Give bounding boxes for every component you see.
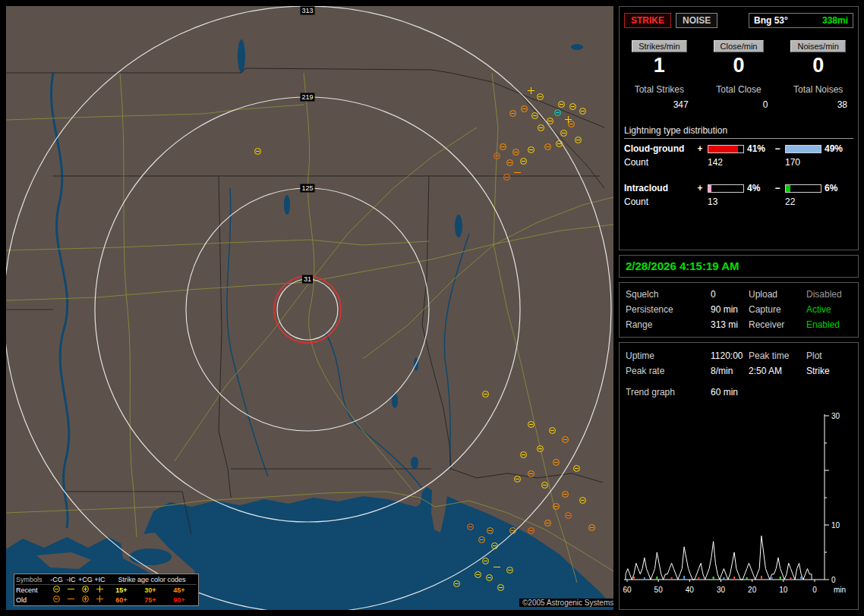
- lightning-map[interactable]: 31321912531 Symbols -CG -IC +CG +IC Stri…: [6, 6, 613, 610]
- trend-graph: 301006050403020100min: [621, 408, 858, 610]
- noises-per-min-chip[interactable]: Noises/min: [790, 40, 845, 52]
- legend-m-icon: [68, 586, 74, 592]
- strike-symbol: [547, 118, 553, 124]
- strike-symbol: [575, 137, 582, 143]
- strike-symbol: [556, 140, 563, 147]
- bearing-indicator: Bng 53° 338mi: [749, 13, 853, 28]
- uptime-label: Uptime: [626, 350, 711, 361]
- total-strikes-label: Total Strikes: [620, 84, 699, 95]
- ic-positive-pct: 4%: [747, 183, 773, 193]
- svg-text:30: 30: [717, 586, 726, 594]
- strike-symbol: [537, 93, 544, 100]
- svg-text:min: min: [834, 586, 846, 594]
- ic-positive-count: 13: [708, 196, 785, 212]
- range-ring-label: 31: [302, 275, 313, 284]
- cloud-ground-label: Cloud-ground: [624, 143, 695, 154]
- strike-symbol: [491, 542, 498, 549]
- cg-positive-bar: [708, 145, 744, 153]
- settings-row: Range313 miReceiverEnabled: [620, 317, 858, 332]
- noise-button[interactable]: NOISE: [676, 13, 717, 28]
- strike-symbol: [506, 159, 513, 166]
- legend-p-icon: [96, 586, 103, 592]
- plus-sign: +: [695, 183, 705, 193]
- range-ring-label: 219: [300, 93, 314, 102]
- total-noises-value: 38: [778, 99, 858, 110]
- legend-col-pos-ic: +IC: [93, 576, 107, 583]
- legend-cm-icon: [53, 596, 60, 602]
- strike-symbol: [549, 427, 556, 434]
- plot-value: Strike: [806, 366, 852, 376]
- svg-text:10: 10: [831, 521, 840, 530]
- stats-panel: STRIKE NOISE Bng 53° 338mi Strikes/min 1…: [619, 6, 859, 250]
- strike-symbol: [487, 527, 493, 534]
- close-per-min-chip[interactable]: Close/min: [714, 40, 765, 52]
- svg-text:60: 60: [623, 586, 632, 594]
- legend-col-neg-ic: -IC: [64, 576, 78, 583]
- legend-cm-icon: [53, 586, 60, 592]
- svg-text:30: 30: [831, 412, 840, 420]
- strike-symbol: [562, 436, 569, 443]
- strike-symbol: [568, 121, 575, 127]
- strike-symbol: [531, 112, 538, 119]
- settings-row: Persistence90 minCaptureActive: [620, 302, 858, 317]
- strike-symbol: [558, 101, 565, 108]
- total-strikes-value: 347: [620, 99, 699, 110]
- trend-graph-window: 60 min: [711, 387, 749, 398]
- settings-row: Squelch0UploadDisabled: [620, 283, 858, 302]
- legend-title: Symbols: [16, 576, 49, 583]
- strike-symbol: [560, 130, 567, 137]
- plot-label: Plot: [806, 350, 852, 361]
- legend-row: Old60+75+90+: [16, 595, 197, 605]
- legend-m-icon: [68, 596, 74, 602]
- strike-symbol: [254, 148, 261, 155]
- strikes-per-min-value: 1: [620, 54, 699, 77]
- trend-graph-label: Trend graph: [626, 387, 711, 398]
- strike-symbol: [503, 174, 510, 181]
- strike-symbol: [554, 109, 561, 116]
- strike-symbol: [565, 512, 572, 519]
- total-noises-label: Total Noises: [778, 84, 858, 95]
- strike-symbol: [569, 103, 576, 110]
- age-code: 60+: [107, 596, 136, 604]
- strike-symbol: [520, 158, 527, 165]
- ic-negative-count: 22: [785, 196, 795, 212]
- strike-symbol: [579, 108, 586, 115]
- cloud-ground-row: Cloud-ground + 41% − 49%: [620, 140, 858, 157]
- legend-col-neg-cg: -CG: [49, 576, 64, 583]
- legend-p-icon: [96, 596, 103, 602]
- strike-symbol: [475, 571, 481, 578]
- strike-symbol: [486, 574, 493, 581]
- peak-time-value: 2:50 AM: [749, 366, 806, 376]
- strikes-per-min-chip[interactable]: Strikes/min: [632, 40, 686, 52]
- noises-per-min-value: 0: [778, 54, 858, 77]
- age-code: 30+: [136, 586, 165, 594]
- strike-symbol: [509, 110, 516, 117]
- svg-text:10: 10: [779, 586, 788, 594]
- strike-symbol: [588, 524, 595, 531]
- range-ring-label: 125: [300, 184, 314, 193]
- legend-row: Recent15+30+45+: [16, 585, 197, 595]
- peak-rate-label: Peak rate: [626, 366, 711, 376]
- strike-symbol: [537, 445, 544, 452]
- strike-symbol: [478, 536, 485, 543]
- bearing-label: Bng 53°: [754, 15, 788, 26]
- age-code: 90+: [165, 596, 194, 604]
- strike-button[interactable]: STRIKE: [624, 13, 671, 28]
- strike-symbol: [553, 503, 560, 510]
- intracloud-label: Intracloud: [624, 183, 695, 193]
- strike-symbol: [482, 558, 489, 564]
- bearing-range: 338mi: [822, 15, 848, 26]
- peak-time-label: Peak time: [749, 350, 806, 361]
- strike-symbol: [512, 149, 519, 156]
- legend-col-pos-cg: +CG: [78, 576, 93, 583]
- strike-symbol: [506, 567, 513, 574]
- age-code: 75+: [136, 596, 165, 604]
- strike-symbol: [482, 391, 489, 398]
- strike-symbol: [579, 497, 586, 504]
- minus-sign: −: [773, 183, 782, 193]
- legend-age-title: Strike age color codes: [107, 576, 197, 583]
- plus-sign: +: [695, 143, 705, 154]
- strike-symbol: [520, 451, 527, 458]
- strike-symbol: [573, 465, 580, 472]
- side-panel: STRIKE NOISE Bng 53° 338mi Strikes/min 1…: [619, 0, 860, 616]
